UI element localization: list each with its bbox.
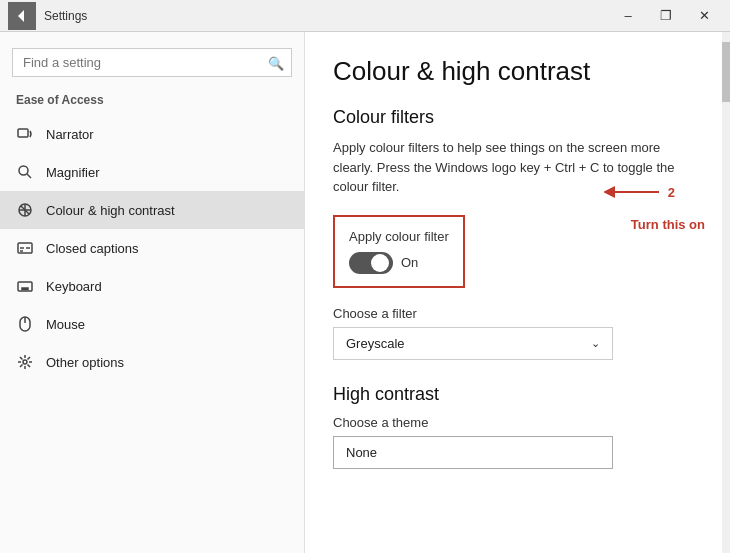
narrator-icon	[16, 125, 34, 143]
other-options-label: Other options	[46, 355, 124, 370]
mouse-icon	[16, 315, 34, 333]
narrator-label: Narrator	[46, 127, 94, 142]
colour-icon	[16, 201, 34, 219]
close-button[interactable]: ✕	[686, 2, 722, 30]
chevron-down-icon: ⌄	[591, 337, 600, 350]
svg-rect-1	[18, 129, 28, 137]
toggle-label: Apply colour filter	[349, 229, 449, 244]
svg-line-3	[27, 174, 31, 178]
restore-button[interactable]: ❐	[648, 2, 684, 30]
svg-point-2	[19, 166, 28, 175]
keyboard-label: Keyboard	[46, 279, 102, 294]
sidebar-item-other-options[interactable]: Other options	[0, 343, 304, 381]
search-icon: 🔍	[268, 55, 284, 70]
window-title: Settings	[44, 9, 610, 23]
toggle-state-text: On	[401, 255, 418, 270]
filter-dropdown[interactable]: Greyscale ⌄	[333, 327, 613, 360]
svg-marker-0	[18, 10, 24, 22]
minimize-button[interactable]: –	[610, 2, 646, 30]
content-area: Colour & high contrast Colour filters Ap…	[305, 32, 730, 553]
turn-on-annotation: Turn this on	[631, 217, 705, 232]
sidebar-item-narrator[interactable]: Narrator	[0, 115, 304, 153]
toggle-row: On	[349, 252, 449, 274]
search-input[interactable]	[12, 48, 292, 77]
colour-contrast-label: Colour & high contrast	[46, 203, 175, 218]
captions-icon	[16, 239, 34, 257]
sidebar-item-mouse[interactable]: Mouse	[0, 305, 304, 343]
filter-value: Greyscale	[346, 336, 405, 351]
main-layout: 🔍 Ease of Access Narrator Magnifier	[0, 32, 730, 553]
sidebar-item-keyboard[interactable]: Keyboard	[0, 267, 304, 305]
window-controls: – ❐ ✕	[610, 2, 722, 30]
sidebar-item-magnifier[interactable]: Magnifier	[0, 153, 304, 191]
choose-filter-label: Choose a filter	[333, 306, 702, 321]
sidebar: 🔍 Ease of Access Narrator Magnifier	[0, 32, 305, 553]
mouse-label: Mouse	[46, 317, 85, 332]
choose-theme-label: Choose a theme	[333, 415, 702, 430]
other-icon	[16, 353, 34, 371]
scrollbar-thumb[interactable]	[722, 42, 730, 102]
magnifier-label: Magnifier	[46, 165, 99, 180]
closed-captions-label: Closed captions	[46, 241, 139, 256]
svg-rect-16	[22, 288, 28, 290]
toggle-box: Apply colour filter On	[333, 215, 465, 288]
colour-filter-toggle[interactable]	[349, 252, 393, 274]
titlebar: Settings – ❐ ✕	[0, 0, 730, 32]
sidebar-item-closed-captions[interactable]: Closed captions	[0, 229, 304, 267]
magnifier-icon	[16, 163, 34, 181]
section-label: Ease of Access	[0, 89, 304, 115]
back-button[interactable]	[8, 2, 36, 30]
keyboard-icon	[16, 277, 34, 295]
search-container: 🔍	[12, 48, 292, 77]
colour-filters-description: Apply colour filters to help see things …	[333, 138, 702, 197]
high-contrast-title: High contrast	[333, 384, 702, 405]
page-title: Colour & high contrast	[333, 56, 702, 87]
choose-filter-section: Choose a filter Greyscale ⌄	[333, 306, 702, 360]
scrollbar[interactable]	[722, 32, 730, 553]
theme-value: None	[333, 436, 613, 469]
sidebar-item-colour-contrast[interactable]: Colour & high contrast ← 1	[0, 191, 304, 229]
svg-point-19	[23, 360, 27, 364]
colour-filters-title: Colour filters	[333, 107, 702, 128]
